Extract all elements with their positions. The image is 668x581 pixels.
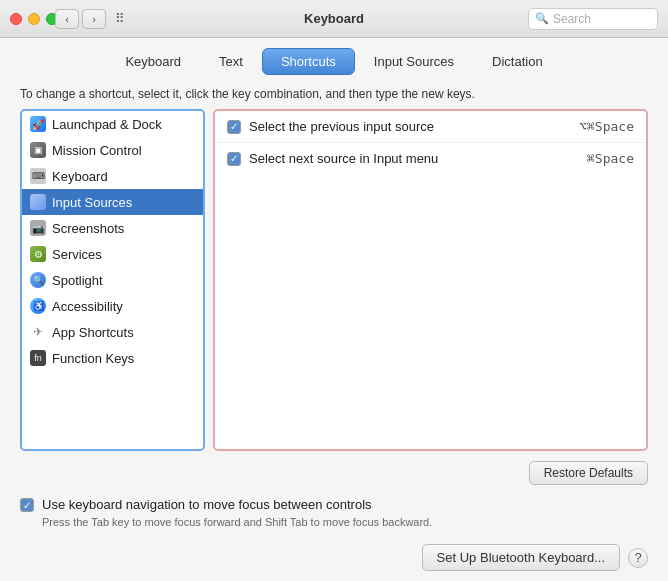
sidebar-label-app-shortcuts: App Shortcuts [52, 325, 134, 340]
help-button[interactable]: ? [628, 548, 648, 568]
search-box[interactable]: 🔍 Search [528, 8, 658, 30]
sidebar-item-screenshots[interactable]: 📷 Screenshots [22, 215, 203, 241]
sidebar-item-keyboard[interactable]: ⌨ Keyboard [22, 163, 203, 189]
sidebar-label-screenshots: Screenshots [52, 221, 124, 236]
sidebar-label-launchpad: Launchpad & Dock [52, 117, 162, 132]
restore-defaults-button[interactable]: Restore Defaults [529, 461, 648, 485]
content: Keyboard Text Shortcuts Input Sources Di… [0, 38, 668, 581]
check-icon: ✓ [230, 122, 238, 132]
shortcut-row-next: ✓ Select next source in Input menu ⌘Spac… [215, 143, 646, 174]
shortcut-label-prev: Select the previous input source [249, 119, 571, 134]
sidebar-label-keyboard: Keyboard [52, 169, 108, 184]
tab-dictation[interactable]: Dictation [473, 48, 562, 75]
nav-checkbox-label: Use keyboard navigation to move focus be… [42, 497, 372, 512]
bluetooth-button[interactable]: Set Up Bluetooth Keyboard... [422, 544, 620, 571]
main-area: 🚀 Launchpad & Dock ▣ Mission Control ⌨ K… [0, 109, 668, 451]
window-title: Keyboard [304, 11, 364, 26]
check-icon: ✓ [230, 154, 238, 164]
sidebar-item-accessibility[interactable]: ♿ Accessibility [22, 293, 203, 319]
sidebar-item-function-keys[interactable]: fn Function Keys [22, 345, 203, 371]
shortcut-keys-next: ⌘Space [587, 151, 634, 166]
grid-button[interactable]: ⠿ [108, 9, 132, 29]
search-icon: 🔍 [535, 12, 549, 25]
sidebar-item-mission-control[interactable]: ▣ Mission Control [22, 137, 203, 163]
search-placeholder: Search [553, 12, 591, 26]
shortcut-keys-prev: ⌥⌘Space [579, 119, 634, 134]
traffic-lights [10, 13, 58, 25]
tab-shortcuts[interactable]: Shortcuts [262, 48, 355, 75]
sidebar-item-launchpad[interactable]: 🚀 Launchpad & Dock [22, 111, 203, 137]
restore-row: Restore Defaults [20, 461, 648, 485]
footer: Set Up Bluetooth Keyboard... ? [0, 536, 668, 581]
function-keys-icon: fn [30, 350, 46, 366]
launchpad-icon: 🚀 [30, 116, 46, 132]
nav-checkbox[interactable]: ✓ [20, 498, 34, 512]
tabs-bar: Keyboard Text Shortcuts Input Sources Di… [0, 38, 668, 75]
sidebar-label-input-sources: Input Sources [52, 195, 132, 210]
checkbox-prev-input[interactable]: ✓ [227, 120, 241, 134]
checkbox-next-input[interactable]: ✓ [227, 152, 241, 166]
shortcut-label-next: Select next source in Input menu [249, 151, 579, 166]
nav-buttons: ‹ › [55, 9, 106, 29]
services-icon: ⚙ [30, 246, 46, 262]
sidebar: 🚀 Launchpad & Dock ▣ Mission Control ⌨ K… [20, 109, 205, 451]
nav-checkbox-row: ✓ Use keyboard navigation to move focus … [20, 497, 648, 512]
sidebar-item-app-shortcuts[interactable]: ✈ App Shortcuts [22, 319, 203, 345]
app-shortcuts-icon: ✈ [30, 324, 46, 340]
sidebar-label-function-keys: Function Keys [52, 351, 134, 366]
nav-check-icon: ✓ [23, 500, 31, 511]
input-sources-icon [30, 194, 46, 210]
keyboard-icon: ⌨ [30, 168, 46, 184]
sidebar-label-mission-control: Mission Control [52, 143, 142, 158]
accessibility-icon: ♿ [30, 298, 46, 314]
close-button[interactable] [10, 13, 22, 25]
nav-sub-text: Press the Tab key to move focus forward … [42, 516, 648, 528]
spotlight-icon: 🔍 [30, 272, 46, 288]
tab-text[interactable]: Text [200, 48, 262, 75]
screenshots-icon: 📷 [30, 220, 46, 236]
sidebar-label-accessibility: Accessibility [52, 299, 123, 314]
bottom-section: Restore Defaults ✓ Use keyboard navigati… [0, 451, 668, 536]
instruction-text: To change a shortcut, select it, click t… [0, 83, 668, 109]
shortcut-row-prev: ✓ Select the previous input source ⌥⌘Spa… [215, 111, 646, 143]
tab-keyboard[interactable]: Keyboard [106, 48, 200, 75]
forward-button[interactable]: › [82, 9, 106, 29]
shortcuts-panel: ✓ Select the previous input source ⌥⌘Spa… [213, 109, 648, 451]
back-button[interactable]: ‹ [55, 9, 79, 29]
minimize-button[interactable] [28, 13, 40, 25]
sidebar-label-spotlight: Spotlight [52, 273, 103, 288]
tab-input-sources[interactable]: Input Sources [355, 48, 473, 75]
mission-control-icon: ▣ [30, 142, 46, 158]
sidebar-item-services[interactable]: ⚙ Services [22, 241, 203, 267]
sidebar-item-input-sources[interactable]: Input Sources [22, 189, 203, 215]
sidebar-label-services: Services [52, 247, 102, 262]
sidebar-item-spotlight[interactable]: 🔍 Spotlight [22, 267, 203, 293]
title-bar: ‹ › ⠿ Keyboard 🔍 Search [0, 0, 668, 38]
